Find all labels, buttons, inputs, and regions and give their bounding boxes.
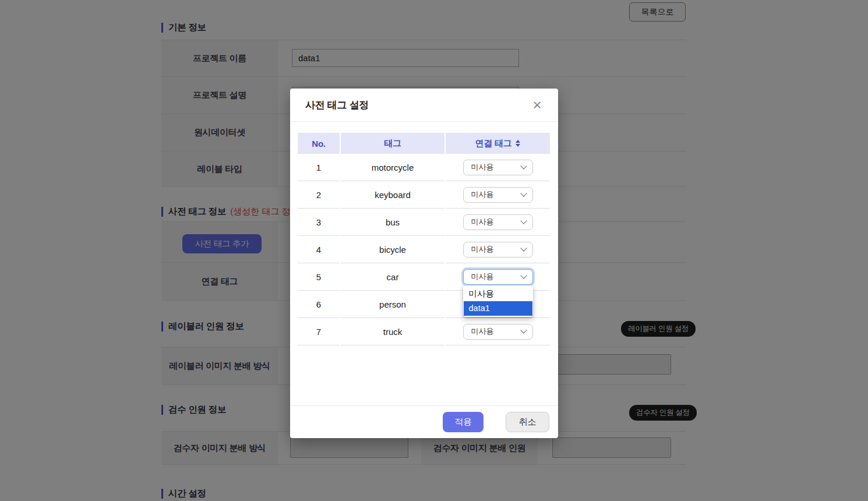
table-row-tag: motorcycle <box>341 154 444 181</box>
table-row-no: 1 <box>298 154 340 181</box>
table-row-no: 6 <box>298 291 340 318</box>
chevron-down-icon <box>520 190 527 196</box>
table-row-no: 4 <box>298 236 340 263</box>
pretag-settings-modal: 사전 태그 설정 × No. 태그 연결 태그 1 motorcycle 미사용… <box>290 89 558 438</box>
link-tag-select[interactable]: 미사용 <box>463 242 533 257</box>
modal-title: 사전 태그 설정 <box>305 98 369 112</box>
modal-footer: 적용 취소 <box>290 405 558 438</box>
table-row-no: 2 <box>298 181 340 209</box>
column-header-link-tag[interactable]: 연결 태그 <box>446 133 550 154</box>
modal-header: 사전 태그 설정 × <box>290 89 558 122</box>
link-tag-select-open[interactable]: 미사용 미사용 data1 <box>463 269 533 285</box>
table-row-tag: bicycle <box>341 236 444 263</box>
column-header-no: No. <box>298 133 340 154</box>
dropdown-option-unused[interactable]: 미사용 <box>464 287 532 301</box>
table-row-no: 7 <box>298 318 340 345</box>
link-tag-dropdown-menu: 미사용 data1 <box>463 285 533 317</box>
dropdown-option-data1[interactable]: data1 <box>464 301 532 316</box>
chevron-down-icon <box>520 245 527 251</box>
link-tag-select[interactable]: 미사용 <box>463 214 533 230</box>
link-tag-select[interactable]: 미사용 <box>463 324 533 340</box>
table-row-tag: truck <box>341 318 444 345</box>
chevron-down-icon <box>520 163 527 169</box>
chevron-down-icon <box>520 327 527 333</box>
link-tag-select[interactable]: 미사용 <box>463 187 533 203</box>
table-row-no: 3 <box>298 209 340 236</box>
pretag-table: No. 태그 연결 태그 1 motorcycle 미사용 2 keyboard… <box>298 133 550 345</box>
column-header-tag: 태그 <box>341 133 444 154</box>
link-tag-select[interactable]: 미사용 <box>463 160 533 175</box>
table-row-tag: car <box>341 263 444 291</box>
cancel-button[interactable]: 취소 <box>506 412 549 432</box>
project-settings-screen: 목록으로 기본 정보 프로젝트 이름 프로젝트 설명 원시데이터셋 <box>0 0 868 501</box>
table-row-no: 5 <box>298 263 340 291</box>
close-icon[interactable]: × <box>529 97 545 113</box>
table-row-tag: keyboard <box>341 181 444 209</box>
table-row-tag: bus <box>341 209 444 236</box>
table-row-tag: person <box>341 291 444 318</box>
chevron-down-icon <box>520 272 527 278</box>
sort-icon[interactable] <box>516 140 520 147</box>
apply-button[interactable]: 적용 <box>443 412 484 432</box>
chevron-down-icon <box>520 217 527 224</box>
